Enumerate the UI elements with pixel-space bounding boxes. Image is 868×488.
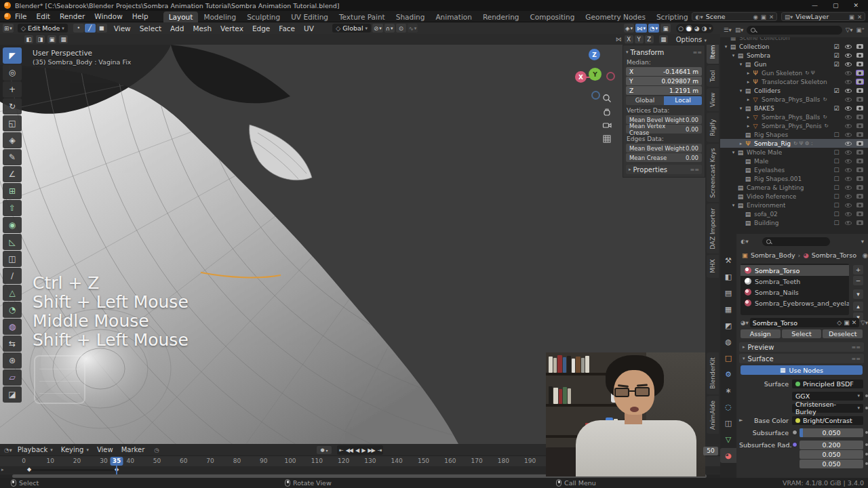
material-slot-sombra-nails[interactable]: Sombra_Nails — [741, 287, 849, 298]
timeline-editor-icon[interactable]: ◔▾ — [4, 447, 12, 453]
properties-tab-physics[interactable]: ◌ — [720, 399, 736, 414]
tool-edge-slide[interactable]: ⇆ — [3, 336, 22, 352]
properties-editor-icon[interactable]: ◐▾ — [741, 238, 749, 245]
menu-help[interactable]: Help — [132, 12, 149, 20]
hide-eye-icon[interactable] — [845, 159, 852, 163]
properties-tab-material[interactable]: ◕ — [720, 448, 736, 463]
play-button[interactable]: ▶ — [361, 447, 365, 453]
scene-selector[interactable]: ◐▾ Scene ◉ ▣ ✕ — [692, 12, 777, 21]
magnet-snap-icon[interactable]: ∩▾ — [384, 24, 395, 33]
keyframe-dot[interactable] — [865, 394, 868, 397]
subsurface-method-dropdown[interactable]: Christensen-Burley ▾ — [792, 404, 863, 413]
current-frame-badge[interactable]: 35 — [111, 457, 123, 466]
surface-shader-dropdown[interactable]: Principled BSDF — [792, 380, 863, 388]
perspective-grid-icon[interactable] — [601, 133, 612, 144]
camera-visibility-icon[interactable] — [856, 167, 864, 173]
camera-visibility-icon[interactable] — [856, 43, 864, 49]
workspace-tab-sculpting[interactable]: Sculpting — [241, 12, 285, 22]
exclude-checkbox[interactable]: ☐ — [833, 193, 839, 200]
falloff-curve-icon[interactable]: ∿▾ — [408, 24, 418, 33]
disclosure-icon[interactable]: ▸ — [738, 141, 744, 146]
hide-eye-icon[interactable] — [845, 186, 852, 190]
pan-hand-icon[interactable] — [601, 106, 612, 117]
disclosure-icon[interactable]: ▾ — [738, 106, 744, 111]
exclude-checkbox[interactable]: ☑ — [833, 43, 839, 50]
workspace-tab-texture-paint[interactable]: Texture Paint — [334, 12, 391, 22]
mean-crease-field[interactable]: Mean Crease0.00 — [626, 153, 702, 162]
unlink-scene-icon[interactable]: ✕ — [769, 14, 774, 20]
workspace-tab-uv-editing[interactable]: UV Editing — [285, 12, 334, 22]
show-overlays-icon[interactable]: ⋈▾ — [635, 24, 647, 33]
proportional-editing-icon[interactable]: ⊙ — [396, 24, 406, 33]
snap-target-icon[interactable]: ▦ — [659, 35, 668, 43]
viewport-menu-uv[interactable]: UV — [304, 24, 314, 33]
y-axis-handle[interactable]: Y — [589, 68, 601, 81]
exclude-checkbox[interactable]: ☑ — [833, 52, 839, 59]
workspace-tab-geometry-nodes[interactable]: Geometry Nodes — [580, 12, 651, 22]
expand-arrow-icon[interactable]: ► — [739, 418, 745, 423]
keyframe-dot[interactable] — [865, 443, 868, 446]
properties-tab-particles[interactable]: ∗ — [720, 383, 736, 398]
hide-eye-icon[interactable] — [845, 212, 852, 216]
hide-eye-icon[interactable] — [845, 54, 852, 58]
disclosure-icon[interactable]: ▾ — [738, 88, 744, 94]
viewport-menu-edge[interactable]: Edge — [252, 24, 270, 33]
tool-shear[interactable]: ▱ — [3, 369, 22, 386]
exclude-checkbox[interactable]: ☐ — [833, 220, 839, 226]
tool-settings-icon-4[interactable]: ▦ — [59, 35, 68, 43]
workspace-tab-scripting[interactable]: Scripting — [651, 12, 694, 22]
properties-search-input[interactable] — [762, 237, 830, 246]
edge-select-button[interactable]: ╱ — [85, 24, 96, 33]
disclosure-icon[interactable]: ▾ — [723, 44, 729, 49]
viewport-menu-face[interactable]: Face — [279, 24, 295, 33]
hide-eye-icon[interactable] — [845, 195, 852, 199]
outliner-row-sofa-02[interactable]: ▤sofa_02☐ — [720, 209, 868, 218]
viewport-menu-add[interactable]: Add — [170, 24, 184, 33]
exclude-checkbox[interactable]: ☐ — [833, 202, 839, 209]
remove-view-layer-icon[interactable]: ✕ — [857, 14, 862, 20]
hide-eye-icon[interactable] — [845, 80, 852, 84]
outliner-row-male[interactable]: ▤Male☐ — [720, 157, 868, 165]
channel-expand-icon[interactable]: ▸ — [1, 467, 4, 472]
tool-settings-icon-1[interactable]: ◧ — [24, 35, 33, 43]
clock-icon[interactable]: ◷ — [154, 447, 159, 453]
material-slot-sombra-teeth[interactable]: Sombra_Teeth — [741, 276, 849, 287]
sidebar-tab-daz-importer[interactable]: DAZ Importer — [707, 203, 719, 253]
disclosure-icon[interactable]: ▾ — [730, 150, 736, 155]
viewport-menu-vertex[interactable]: Vertex — [220, 24, 243, 33]
ggx-dropdown[interactable]: GGX ▾ — [792, 392, 863, 401]
hide-eye-icon[interactable] — [845, 71, 852, 75]
subsurface-slider[interactable]: 0.050 — [800, 428, 863, 437]
outliner-row-sombra-phys-balls[interactable]: ▸▽Sombra_Phys_Balls↻ — [720, 113, 868, 121]
disclosure-icon[interactable]: ▸ — [745, 97, 751, 102]
mode-dropdown[interactable]: ◇ Edit Mode ▾ — [18, 24, 68, 33]
keyframe-dot[interactable] — [865, 462, 868, 465]
outliner-row-sombra-phys-balls[interactable]: ▸▽Sombra_Phys_Balls↻ — [720, 95, 868, 104]
collapse-arrow-icon[interactable]: ▾ — [626, 49, 629, 55]
toggle-xray-icon[interactable]: ◔▾ — [648, 24, 659, 33]
auto-keying-button[interactable]: ●▾ — [317, 446, 332, 454]
timeline-menu-playback[interactable]: Playback▾ — [18, 446, 53, 453]
mean-bevel-weight-field[interactable]: Mean Bevel Weight0.00 — [626, 144, 702, 152]
disclosure-icon[interactable]: ▸ — [745, 79, 751, 85]
camera-visibility-icon[interactable] — [856, 61, 864, 67]
workspace-tab-rendering[interactable]: Rendering — [477, 12, 525, 22]
workspace-tab-animation[interactable]: Animation — [430, 12, 477, 22]
hide-eye-icon[interactable] — [845, 142, 852, 146]
outliner-filter-icon[interactable]: ▽▾ — [846, 26, 853, 33]
preview-panel-header[interactable]: ▸Preview≡≡ — [739, 342, 864, 352]
tool-spin[interactable]: ◔ — [3, 302, 22, 318]
jump-to-start-button[interactable]: ⇤ — [339, 447, 343, 453]
mean-vertex-crease-field[interactable]: Mean Vertex Crease0.00 — [626, 125, 702, 134]
neg-z-axis-handle[interactable] — [591, 91, 600, 100]
menu-edit[interactable]: Edit — [37, 12, 50, 20]
median-y-field[interactable]: Y0.029807 m — [626, 77, 702, 85]
hide-eye-icon[interactable] — [845, 98, 852, 102]
new-scene-icon[interactable]: ▣ — [761, 14, 766, 20]
tool-annotate[interactable]: ✎ — [3, 149, 22, 165]
viewport-menu-select[interactable]: Select — [140, 24, 161, 33]
workspace-tab-modeling[interactable]: Modeling — [198, 12, 241, 22]
timeline-menu-marker[interactable]: Marker — [121, 446, 145, 453]
outliner-row-whole-male[interactable]: ▾▤Whole Male☐ — [720, 148, 868, 157]
outliner-row-sombra-phys-penis[interactable]: ▸▽Sombra_Phys_Penis↻ — [720, 121, 868, 130]
